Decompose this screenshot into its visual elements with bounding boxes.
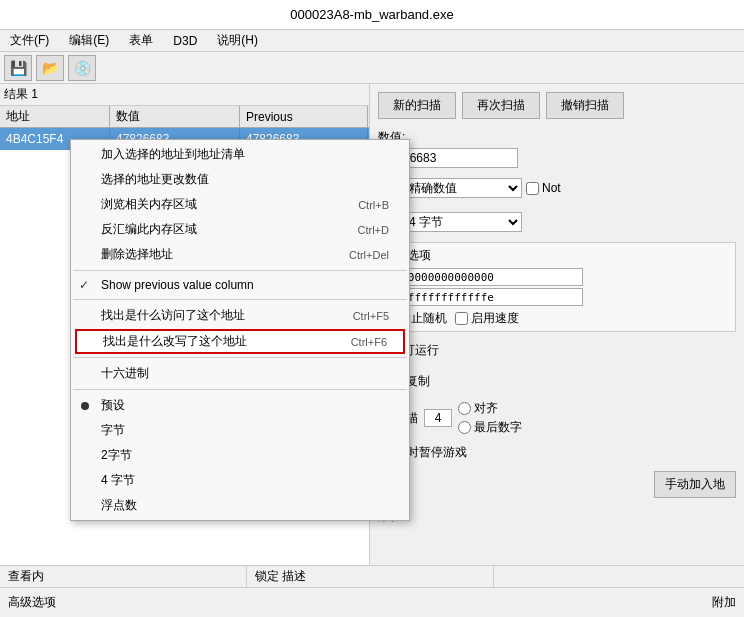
ctx-find-access[interactable]: 找出是什么访问了这个地址 Ctrl+F5 xyxy=(71,303,409,328)
menu-file[interactable]: 文件(F) xyxy=(4,30,55,51)
ctx-sep3 xyxy=(73,357,407,358)
left-panel: 结果 1 地址 数值 Previous 4B4C15F4 47826683 47… xyxy=(0,84,370,565)
scan-options-title: 扫描选项 xyxy=(383,247,731,264)
fast-scan-section: 速扫描 4 对齐 最后数字 xyxy=(374,400,740,436)
value-input-section: 数值: 47826683 xyxy=(374,129,740,168)
menu-edit[interactable]: 编辑(E) xyxy=(63,30,115,51)
type1-row: 型 精确数值 Not xyxy=(374,178,740,198)
manual-add-button[interactable]: 手动加入地 xyxy=(654,471,736,498)
ctx-float[interactable]: 浮点数 xyxy=(71,493,409,518)
last-digit-radio-label[interactable]: 最后数字 xyxy=(458,419,522,436)
ctx-byte[interactable]: 字节 xyxy=(71,418,409,443)
scan-options-box: 扫描选项 0000000000000000 7ffffffffffffffe 禁… xyxy=(378,242,736,332)
toolbar: 💾 📂 💿 xyxy=(0,52,744,84)
hex-input-2[interactable]: 7ffffffffffffffe xyxy=(383,288,583,306)
value-label: 数值: xyxy=(378,129,736,146)
bottom-left-label: 高级选项 xyxy=(8,594,56,611)
bottom-right-label: 附加 xyxy=(712,594,736,611)
scan-options-section: 扫描选项 0000000000000000 7ffffffffffffffe 禁… xyxy=(374,242,740,332)
dot-icon xyxy=(81,402,89,410)
not-label: Not xyxy=(542,181,561,195)
status-right xyxy=(498,566,740,587)
ctx-sep2 xyxy=(73,299,407,300)
ctx-4byte[interactable]: 4 字节 xyxy=(71,468,409,493)
checkmark-icon: ✓ xyxy=(79,278,89,292)
toolbar-save-btn[interactable]: 💾 xyxy=(4,55,32,81)
pause-game-row: 描时暂停游戏 xyxy=(374,442,740,463)
ctx-delete-addr[interactable]: 删除选择地址 Ctrl+Del xyxy=(71,242,409,267)
type2-row: 型 4 字节 xyxy=(374,212,740,232)
ctx-disassemble[interactable]: 反汇编此内存区域 Ctrl+D xyxy=(71,217,409,242)
hex-row: 0000000000000000 7ffffffffffffffe xyxy=(383,268,731,306)
menu-bar: 文件(F) 编辑(E) 表单 D3D 说明(H) xyxy=(0,30,744,52)
ctx-add-to-list[interactable]: 加入选择的地址到地址清单 xyxy=(71,142,409,167)
last-digit-radio[interactable] xyxy=(458,421,471,434)
copy-row: 入时复制 xyxy=(374,373,740,390)
ctx-sep4 xyxy=(73,389,407,390)
align-radio-label[interactable]: 对齐 xyxy=(458,400,522,417)
not-checkbox-group: Not xyxy=(526,181,561,195)
fast-scan-input[interactable]: 4 xyxy=(424,409,452,427)
manual-add-section: 手动加入地 xyxy=(374,469,740,500)
re-scan-button[interactable]: 再次扫描 xyxy=(462,92,540,119)
bottom-bar: 高级选项 附加 xyxy=(0,587,744,617)
table-header: 地址 数值 Previous xyxy=(0,106,369,128)
toolbar-open-btn[interactable]: 📂 xyxy=(36,55,64,81)
ctx-browse-memory[interactable]: 浏览相关内存区域 Ctrl+B xyxy=(71,192,409,217)
menu-form[interactable]: 表单 xyxy=(123,30,159,51)
speedup-checkbox[interactable] xyxy=(455,312,468,325)
not-checkbox[interactable] xyxy=(526,182,539,195)
status-left: 查看内 xyxy=(4,566,247,587)
ctx-2byte[interactable]: 2字节 xyxy=(71,443,409,468)
title-bar: 000023A8-mb_warband.exe xyxy=(0,0,744,30)
cancel-scan-button[interactable]: 撤销扫描 xyxy=(546,92,624,119)
result-label: 结果 1 xyxy=(0,84,369,106)
ctx-hex[interactable]: 十六进制 xyxy=(71,361,409,386)
scan-buttons-row: 新的扫描 再次扫描 撤销扫描 xyxy=(374,88,740,123)
toolbar-disk-btn[interactable]: 💿 xyxy=(68,55,96,81)
right-panel: 新的扫描 再次扫描 撤销扫描 数值: 47826683 型 精确数值 Not 型… xyxy=(370,84,744,565)
new-scan-button[interactable]: 新的扫描 xyxy=(378,92,456,119)
speedup-label[interactable]: 启用速度 xyxy=(455,310,519,327)
ctx-sep1 xyxy=(73,270,407,271)
context-menu: 加入选择的地址到地址清单 选择的地址更改数值 浏览相关内存区域 Ctrl+B 反… xyxy=(70,139,410,521)
options-row: 禁止随机 启用速度 xyxy=(383,310,731,327)
menu-help[interactable]: 说明(H) xyxy=(211,30,264,51)
type2-select[interactable]: 4 字节 xyxy=(402,212,522,232)
window-title: 000023A8-mb_warband.exe xyxy=(290,7,453,22)
ctx-change-value[interactable]: 选择的地址更改数值 xyxy=(71,167,409,192)
ctx-preset[interactable]: 预设 xyxy=(71,393,409,418)
type1-select[interactable]: 精确数值 xyxy=(402,178,522,198)
align-radio-group: 对齐 最后数字 xyxy=(458,400,522,436)
col-header-addr: 地址 xyxy=(0,106,110,127)
col-header-value: 数值 xyxy=(110,106,240,127)
bottom-value-label: 数值 xyxy=(374,506,740,527)
ctx-find-write[interactable]: 找出是什么改写了这个地址 Ctrl+F6 xyxy=(75,329,405,354)
ctx-show-prev[interactable]: ✓ Show previous value column xyxy=(71,274,409,296)
menu-d3d[interactable]: D3D xyxy=(167,32,203,50)
hex-input-1[interactable]: 0000000000000000 xyxy=(383,268,583,286)
col-header-prev: Previous xyxy=(240,106,368,127)
status-middle: 锁定 描述 xyxy=(251,566,494,587)
align-radio[interactable] xyxy=(458,402,471,415)
misc-row: 可运行 xyxy=(374,342,740,359)
status-bar: 查看内 锁定 描述 xyxy=(0,565,744,587)
